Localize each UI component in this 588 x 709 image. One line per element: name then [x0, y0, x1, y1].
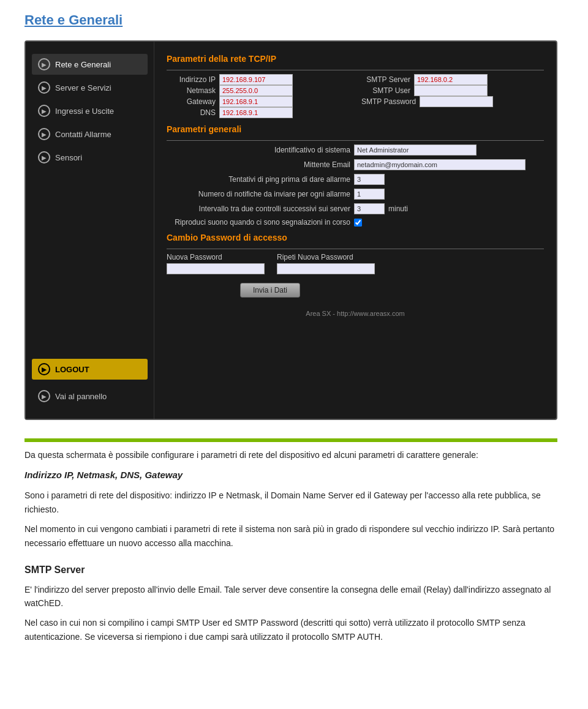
sidebar-label-rete: Rete e Generali — [55, 60, 111, 69]
general-section-title: Parametri generali — [167, 124, 544, 134]
general-section: Parametri generali Identificativo di sis… — [167, 124, 544, 227]
smtp-password-row: SMTP Password — [361, 96, 544, 107]
sidebar-item-contatti[interactable]: ▶ Contatti Allarme — [32, 124, 148, 144]
panel-button[interactable]: ▶ Vai al pannello — [32, 386, 148, 407]
riproduci-row: Riproduci suono quando ci sono segnalazi… — [167, 218, 544, 227]
panel-label: Vai al pannello — [55, 392, 107, 401]
ping-input[interactable] — [354, 174, 385, 185]
netmask-label: Netmask — [167, 86, 216, 95]
ripeti-password-label: Ripeti Nuova Password — [277, 253, 375, 261]
notifiche-row: Numero di notifiche da inviare per ogni … — [167, 189, 544, 200]
gateway-label: Gateway — [167, 97, 216, 106]
smtp-server-row: SMTP Server — [361, 74, 544, 85]
intervallo-label: Intervallo tra due controlli successivi … — [167, 204, 350, 213]
nuova-password-input[interactable] — [167, 263, 265, 274]
sidebar-label-contatti: Contatti Allarme — [55, 130, 111, 139]
tcp-section-title: Parametri della rete TCP/IP — [167, 54, 544, 64]
description-para1: Sono i parametri di rete del dispositivo… — [24, 489, 564, 516]
id-sistema-label: Identificativo di sistema — [167, 146, 350, 154]
footer-link: Area SX - http://www.areasx.com — [167, 310, 544, 317]
smtp-heading: SMTP Server — [24, 562, 564, 578]
rete-icon: ▶ — [38, 58, 50, 70]
description-para2: Nel momento in cui vengono cambiati i pa… — [24, 522, 564, 550]
tcp-form-grid: Indirizzo IP Netmask Gateway DNS — [167, 74, 544, 118]
description-intro: Da questa schermata è possibile configur… — [24, 448, 564, 462]
sidebar-label-ingressi: Ingressi e Uscite — [55, 107, 114, 116]
ip-label: Indirizzo IP — [167, 75, 216, 84]
sidebar-item-rete[interactable]: ▶ Rete e Generali — [32, 54, 148, 75]
mittente-email-label: Mittente Email — [167, 160, 350, 169]
ip-row: Indirizzo IP — [167, 74, 349, 85]
nuova-password-label: Nuova Password — [167, 253, 265, 261]
notifiche-input[interactable] — [354, 189, 385, 200]
ping-row: Tentativi di ping prima di dare allarme — [167, 174, 544, 185]
sensori-icon: ▶ — [38, 151, 50, 163]
smtp-user-label: SMTP User — [361, 86, 410, 95]
intervallo-input[interactable] — [354, 203, 385, 214]
page-title: Rete e Generali — [24, 12, 564, 28]
ingressi-icon: ▶ — [38, 105, 50, 117]
intervallo-row: Intervallo tra due controlli successivi … — [167, 203, 544, 214]
mittente-email-row: Mittente Email — [167, 159, 544, 170]
notifiche-label: Numero di notifiche da inviare per ogni … — [167, 190, 350, 198]
ripeti-password-field: Ripeti Nuova Password — [277, 253, 375, 274]
id-sistema-row: Identificativo di sistema — [167, 144, 544, 156]
green-bar — [24, 438, 557, 442]
gateway-input[interactable] — [219, 96, 293, 107]
logout-button[interactable]: ▶ LOGOUT — [32, 359, 148, 380]
ripeti-password-input[interactable] — [277, 263, 375, 274]
password-row: Nuova Password Ripeti Nuova Password — [167, 253, 544, 274]
password-section: Cambio Password di accesso Nuova Passwor… — [167, 233, 544, 298]
smtp-user-row: SMTP User — [361, 85, 544, 96]
sidebar-item-sensori[interactable]: ▶ Sensori — [32, 147, 148, 168]
ping-label: Tentativi di ping prima di dare allarme — [167, 175, 350, 184]
smtp-server-input[interactable] — [414, 74, 488, 85]
panel-icon: ▶ — [38, 390, 50, 402]
smtp-password-input[interactable] — [420, 96, 493, 107]
id-sistema-input[interactable] — [354, 144, 477, 156]
gateway-row: Gateway — [167, 96, 349, 107]
riproduci-label: Riproduci suono quando ci sono segnalazi… — [167, 218, 350, 227]
sidebar-label-sensori: Sensori — [55, 153, 82, 162]
ip-input[interactable] — [219, 74, 293, 85]
send-button[interactable]: Invia i Dati — [240, 283, 300, 298]
sidebar: ▶ Rete e Generali ▶ Server e Servizi ▶ I… — [26, 42, 154, 419]
description-section: Da questa schermata è possibile configur… — [24, 448, 564, 643]
sidebar-label-server: Server e Servizi — [55, 83, 111, 92]
netmask-row: Netmask — [167, 85, 349, 96]
dns-label: DNS — [167, 108, 216, 117]
mittente-email-input[interactable] — [354, 159, 526, 170]
smtp-para2: Nel caso in cui non si compilino i campi… — [24, 616, 564, 643]
sidebar-item-ingressi[interactable]: ▶ Ingressi e Uscite — [32, 100, 148, 121]
logout-icon: ▶ — [38, 363, 50, 375]
smtp-server-label: SMTP Server — [361, 75, 410, 84]
dns-input[interactable] — [219, 107, 293, 118]
tcp-left-col: Indirizzo IP Netmask Gateway DNS — [167, 74, 349, 118]
contatti-icon: ▶ — [38, 128, 50, 140]
smtp-para1: E' l'indirizzo del server preposto all'i… — [24, 583, 564, 610]
smtp-password-label: SMTP Password — [361, 97, 416, 106]
sidebar-item-server[interactable]: ▶ Server e Servizi — [32, 77, 148, 98]
dns-row: DNS — [167, 107, 349, 118]
password-section-title: Cambio Password di accesso — [167, 233, 544, 242]
netmask-input[interactable] — [219, 85, 293, 96]
main-content: Parametri della rete TCP/IP Indirizzo IP… — [154, 42, 556, 419]
nuova-password-field: Nuova Password — [167, 253, 265, 274]
server-icon: ▶ — [38, 81, 50, 94]
riproduci-checkbox[interactable] — [354, 219, 362, 227]
heading-ip: Indirizzo IP, Netmask, DNS, Gateway — [24, 468, 564, 482]
smtp-user-input[interactable] — [414, 85, 488, 96]
intervallo-unit: minuti — [388, 204, 408, 213]
tcp-right-col: SMTP Server SMTP User SMTP Password — [361, 74, 544, 118]
device-panel: ▶ Rete e Generali ▶ Server e Servizi ▶ I… — [24, 40, 557, 420]
logout-label: LOGOUT — [55, 365, 89, 374]
